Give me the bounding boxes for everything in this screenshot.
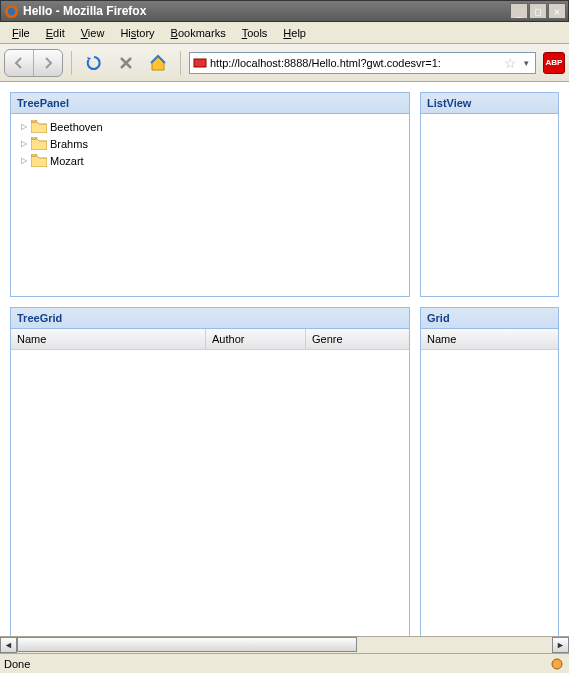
menu-tools[interactable]: Tools xyxy=(234,25,276,41)
panel-grid-body: Name xyxy=(421,329,558,636)
panel-grid: Grid Name xyxy=(420,307,559,636)
svg-rect-2 xyxy=(194,59,206,67)
folder-icon xyxy=(31,154,47,167)
tree-node[interactable]: ▷ Mozart xyxy=(15,152,405,169)
tree-label: Brahms xyxy=(50,138,88,150)
panel-listview: ListView xyxy=(420,92,559,297)
panel-grid-header: Grid xyxy=(421,308,558,329)
reload-button[interactable] xyxy=(80,49,108,77)
url-input[interactable] xyxy=(208,57,501,69)
menu-history[interactable]: History xyxy=(112,25,162,41)
firebug-icon[interactable] xyxy=(549,656,565,672)
panel-listview-body xyxy=(421,114,558,296)
svg-point-3 xyxy=(552,659,562,669)
status-text: Done xyxy=(4,658,549,670)
scroll-thumb[interactable] xyxy=(17,637,357,652)
url-dropdown-icon[interactable]: ▾ xyxy=(519,58,533,68)
back-button[interactable] xyxy=(5,50,33,76)
window-controls: _ □ ✕ xyxy=(510,3,566,19)
bookmark-star-icon[interactable]: ☆ xyxy=(501,55,519,71)
horizontal-scrollbar: ◄ ► xyxy=(0,636,569,653)
expand-icon[interactable]: ▷ xyxy=(19,156,28,165)
window-title: Hello - Mozilla Firefox xyxy=(23,4,510,18)
menubar: File Edit View History Bookmarks Tools H… xyxy=(0,22,569,44)
panel-treegrid-header: TreeGrid xyxy=(11,308,409,329)
expand-icon[interactable]: ▷ xyxy=(19,122,28,131)
forward-button[interactable] xyxy=(34,50,62,76)
panel-treegrid-body: Name Author Genre xyxy=(11,329,409,636)
grid-columns: Name xyxy=(421,329,558,350)
tree-label: Mozart xyxy=(50,155,84,167)
expand-icon[interactable]: ▷ xyxy=(19,139,28,148)
home-button[interactable] xyxy=(144,49,172,77)
scroll-right-button[interactable]: ► xyxy=(552,637,569,653)
menu-help[interactable]: Help xyxy=(275,25,314,41)
page-content: TreePanel ▷ Beethoven ▷ Brahms ▷ Mozart xyxy=(0,82,569,636)
menu-file[interactable]: File xyxy=(4,25,38,41)
menu-edit[interactable]: Edit xyxy=(38,25,73,41)
scroll-track[interactable] xyxy=(17,637,552,653)
navigation-toolbar: ☆ ▾ ABP xyxy=(0,44,569,82)
menu-view[interactable]: View xyxy=(73,25,113,41)
column-header-name[interactable]: Name xyxy=(421,329,551,349)
column-header-author[interactable]: Author xyxy=(206,329,306,349)
firefox-icon xyxy=(3,3,19,19)
site-favicon-icon xyxy=(192,55,208,71)
panel-treepanel-header: TreePanel xyxy=(11,93,409,114)
folder-icon xyxy=(31,120,47,133)
window-titlebar: Hello - Mozilla Firefox _ □ ✕ xyxy=(0,0,569,22)
column-header-genre[interactable]: Genre xyxy=(306,329,406,349)
svg-point-1 xyxy=(7,7,15,15)
scroll-left-button[interactable]: ◄ xyxy=(0,637,17,653)
minimize-button[interactable]: _ xyxy=(510,3,528,19)
panel-treegrid: TreeGrid Name Author Genre xyxy=(10,307,410,636)
treegrid-columns: Name Author Genre xyxy=(11,329,409,350)
column-header-name[interactable]: Name xyxy=(11,329,206,349)
nav-arrows xyxy=(4,49,63,77)
folder-icon xyxy=(31,137,47,150)
statusbar: Done xyxy=(0,653,569,673)
panel-listview-header: ListView xyxy=(421,93,558,114)
close-button[interactable]: ✕ xyxy=(548,3,566,19)
maximize-button[interactable]: □ xyxy=(529,3,547,19)
menu-bookmarks[interactable]: Bookmarks xyxy=(163,25,234,41)
url-bar: ☆ ▾ xyxy=(189,52,536,74)
tree-label: Beethoven xyxy=(50,121,103,133)
tree-node[interactable]: ▷ Beethoven xyxy=(15,118,405,135)
panel-treepanel: TreePanel ▷ Beethoven ▷ Brahms ▷ Mozart xyxy=(10,92,410,297)
stop-button[interactable] xyxy=(112,49,140,77)
tree-node[interactable]: ▷ Brahms xyxy=(15,135,405,152)
panel-treepanel-body: ▷ Beethoven ▷ Brahms ▷ Mozart xyxy=(11,114,409,296)
adblock-icon[interactable]: ABP xyxy=(543,52,565,74)
